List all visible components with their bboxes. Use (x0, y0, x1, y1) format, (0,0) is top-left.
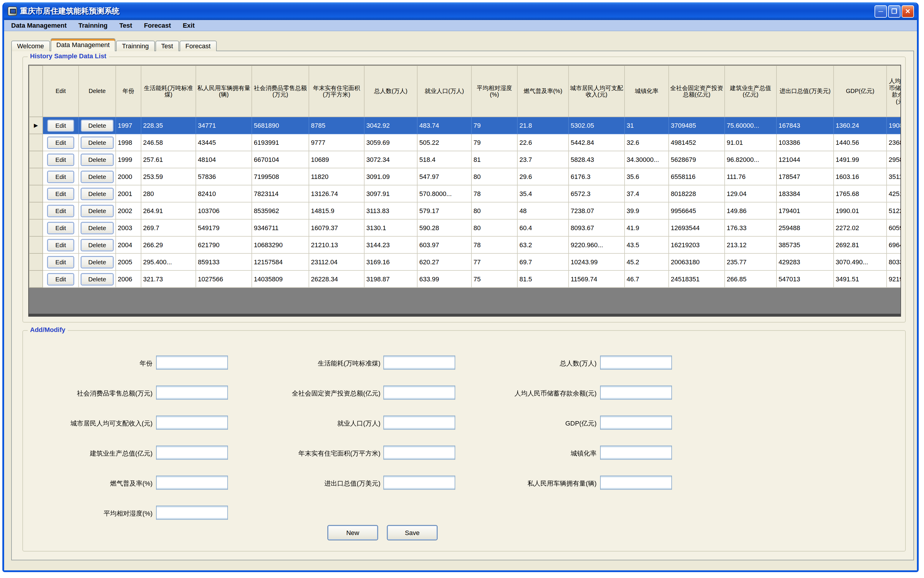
tab-page-data-management: History Sample Data List EditDelete年份生活能… (11, 50, 914, 560)
gas-penetration-label: 燃气普及率(%) (0, 479, 153, 488)
tab-data-management[interactable]: Data Management (50, 38, 116, 51)
table-row[interactable]: EditDelete2000253.5957836719950811820309… (29, 168, 901, 185)
edit-row-button[interactable]: Edit (47, 119, 74, 132)
edit-row-button-cell: Edit (43, 117, 79, 134)
delete-row-button[interactable]: Delete (81, 273, 114, 285)
edit-row-button[interactable]: Edit (47, 222, 74, 234)
urbanization-rate-label: 城镇化率 (385, 449, 597, 458)
edit-row-button[interactable]: Edit (47, 256, 74, 268)
selected-row-marker[interactable]: ▶ (29, 117, 43, 134)
table-row[interactable]: EditDelete2002264.91103706853596214815.9… (29, 202, 901, 219)
cell-construction-output: 266.85 (725, 270, 776, 287)
cell-employed-population: 590.28 (417, 219, 472, 236)
edit-row-button[interactable]: Edit (47, 153, 74, 166)
private-vehicles-label: 私人民用车辆拥有量(辆) (385, 479, 597, 488)
cell-gdp: 1491.99 (834, 151, 887, 168)
cell-disposable-income: 5302.05 (569, 117, 625, 134)
menu-item-data-management[interactable]: Data Management (5, 22, 72, 29)
cell-housing-area: 10689 (309, 151, 364, 168)
table-row[interactable]: EditDelete2003269.7549179934671116079.37… (29, 219, 901, 236)
minimize-button[interactable]: ─ (875, 5, 887, 17)
delete-row-button-cell: Delete (79, 117, 116, 134)
cell-employed-population: 483.74 (417, 117, 472, 134)
delete-row-button[interactable]: Delete (81, 256, 114, 268)
cell-life-energy: 321.73 (141, 270, 196, 287)
row-selector-cell[interactable] (29, 151, 43, 168)
row-selector-cell[interactable] (29, 270, 43, 287)
row-selector-cell[interactable] (29, 168, 43, 185)
row-selector-cell[interactable] (29, 185, 43, 202)
delete-row-button[interactable]: Delete (81, 170, 114, 183)
new-button[interactable]: New (327, 525, 378, 540)
delete-row-button[interactable]: Delete (81, 119, 114, 132)
close-button[interactable]: ✕ (901, 5, 914, 17)
cell-employed-population: 603.97 (417, 236, 472, 253)
tab-trainning[interactable]: Trainning (116, 41, 155, 51)
menu-item-test[interactable]: Test (113, 22, 138, 29)
cell-retail-sales: 8535962 (252, 202, 309, 219)
column-header-import-export: 进出口总值(万美元) (776, 66, 834, 117)
cell-import-export: 103386 (776, 134, 834, 151)
row-selector-cell[interactable] (29, 219, 43, 236)
window-title: 重庆市居住建筑能耗预测系统 (20, 6, 874, 16)
save-button[interactable]: Save (387, 525, 438, 540)
cell-gdp: 1990.01 (834, 202, 887, 219)
cell-gdp: 2272.02 (834, 219, 887, 236)
cell-housing-area: 11820 (309, 168, 364, 185)
table-row[interactable]: EditDelete2006321.7310275661403580926228… (29, 270, 901, 287)
cell-urbanization-rate: 43.5 (625, 236, 669, 253)
urbanization-rate-field[interactable] (600, 446, 672, 460)
cell-year: 1999 (116, 151, 141, 168)
menu-item-trainning[interactable]: Trainning (72, 22, 113, 29)
cell-gas-rate: 35.4 (517, 185, 569, 202)
cell-year: 2001 (116, 185, 141, 202)
cell-import-export: 429283 (776, 253, 834, 270)
row-selector-cell[interactable] (29, 202, 43, 219)
cell-fixed-investment: 8018228 (669, 185, 725, 202)
menu-item-exit[interactable]: Exit (177, 22, 200, 29)
savings-field[interactable] (600, 386, 672, 399)
row-selector-cell[interactable] (29, 253, 43, 270)
delete-row-button[interactable]: Delete (81, 136, 114, 149)
tab-welcome[interactable]: Welcome (11, 41, 50, 51)
table-row[interactable]: EditDelete2004266.296217901068329021210.… (29, 236, 901, 253)
cell-gas-rate: 29.6 (517, 168, 569, 185)
add-modify-group: Add/Modify 年份生活能耗(万吨标准煤)总人数(万人)社会消费品零售总额… (23, 330, 906, 552)
row-selector-cell[interactable] (29, 236, 43, 253)
cell-fixed-investment: 6558116 (669, 168, 725, 185)
cell-urbanization-rate: 46.7 (625, 270, 669, 287)
edit-row-button-cell: Edit (43, 134, 79, 151)
delete-row-button[interactable]: Delete (81, 205, 114, 217)
tab-test[interactable]: Test (155, 41, 179, 51)
gdp-field[interactable] (600, 416, 672, 430)
edit-row-button[interactable]: Edit (47, 170, 74, 183)
table-row[interactable]: EditDelete200128082410782311413126.74309… (29, 185, 901, 202)
cell-year: 2004 (116, 236, 141, 253)
table-row[interactable]: EditDelete2005295.400...8591331215758423… (29, 253, 901, 270)
menu-item-forecast[interactable]: Forecast (138, 22, 177, 29)
edit-row-button[interactable]: Edit (47, 273, 74, 285)
restore-button[interactable]: ❐ (888, 5, 900, 17)
table-row[interactable]: EditDelete1998246.5843445619399197773059… (29, 134, 901, 151)
delete-row-button[interactable]: Delete (81, 187, 114, 200)
edit-row-button[interactable]: Edit (47, 136, 74, 149)
private-vehicles-field[interactable] (600, 476, 672, 490)
delete-row-button[interactable]: Delete (81, 153, 114, 166)
cell-gas-rate: 23.7 (517, 151, 569, 168)
table-row[interactable]: ▶EditDelete1997228.353477156818908785304… (29, 117, 901, 134)
edit-row-button[interactable]: Edit (47, 187, 74, 200)
delete-row-button[interactable]: Delete (81, 239, 114, 251)
cell-humidity: 75 (472, 270, 517, 287)
tab-forecast[interactable]: Forecast (180, 41, 217, 51)
edit-row-button[interactable]: Edit (47, 205, 74, 217)
edit-row-button[interactable]: Edit (47, 239, 74, 251)
cell-import-export: 167843 (776, 117, 834, 134)
row-selector-cell[interactable] (29, 134, 43, 151)
cell-construction-output: 213.12 (725, 236, 776, 253)
cell-year: 2003 (116, 219, 141, 236)
total-population-field[interactable] (600, 356, 672, 370)
humidity-field[interactable] (156, 506, 228, 520)
table-row[interactable]: EditDelete1999257.6148104667010410689307… (29, 151, 901, 168)
delete-row-button[interactable]: Delete (81, 222, 114, 234)
cell-disposable-income: 8093.67 (569, 219, 625, 236)
